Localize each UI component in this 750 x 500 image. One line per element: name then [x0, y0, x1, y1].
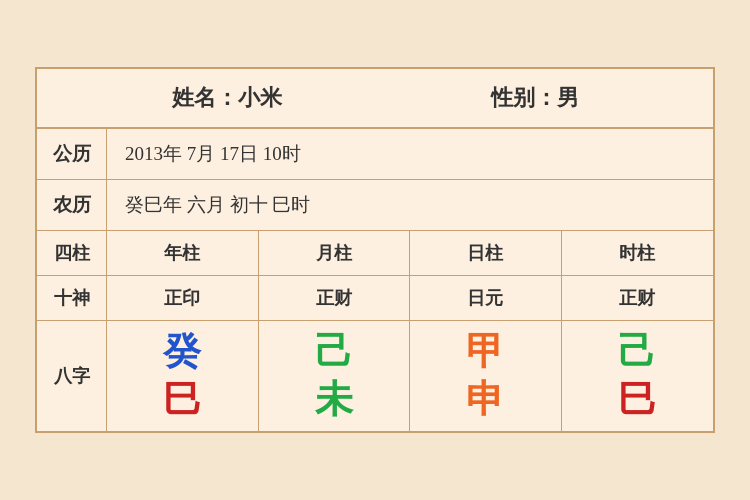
bazhi-row: 八字 癸 巳 己 未 甲 申 己 巳: [37, 321, 713, 431]
solar-row: 公历 2013年 7月 17日 10时: [37, 129, 713, 180]
shishen-col-2: 日元: [410, 276, 562, 321]
shishen-row: 十神 正印 正财 日元 正财: [37, 276, 713, 321]
bazhi-2-bottom: 申: [466, 379, 504, 421]
shishen-col-1: 正财: [259, 276, 411, 321]
bazhi-1-top: 己: [315, 331, 353, 373]
solar-value: 2013年 7月 17日 10时: [107, 129, 713, 179]
shishen-label: 十神: [37, 276, 107, 321]
lunar-row: 农历 癸巳年 六月 初十 巳时: [37, 180, 713, 231]
sizi-col-2: 日柱: [410, 231, 562, 276]
main-container: 姓名：小米 性别：男 公历 2013年 7月 17日 10时 农历 癸巳年 六月…: [35, 67, 715, 433]
shishen-col-0: 正印: [107, 276, 259, 321]
sizi-row: 四柱 年柱 月柱 日柱 时柱: [37, 231, 713, 276]
bazhi-0-top: 癸: [163, 331, 201, 373]
lunar-value: 癸巳年 六月 初十 巳时: [107, 180, 713, 230]
sizi-col-1: 月柱: [259, 231, 411, 276]
bazhi-col-1: 己 未: [259, 321, 411, 431]
bazhi-col-0: 癸 巳: [107, 321, 259, 431]
bazhi-label: 八字: [37, 321, 107, 431]
lunar-label: 农历: [37, 180, 107, 230]
sizi-label: 四柱: [37, 231, 107, 276]
bazhi-2-top: 甲: [466, 331, 504, 373]
bazhi-col-3: 己 巳: [562, 321, 714, 431]
solar-label: 公历: [37, 129, 107, 179]
bazhi-3-bottom: 巳: [618, 379, 656, 421]
bazhi-col-2: 甲 申: [410, 321, 562, 431]
bazhi-1-bottom: 未: [315, 379, 353, 421]
header-row: 姓名：小米 性别：男: [37, 69, 713, 129]
shishen-col-3: 正财: [562, 276, 714, 321]
sizi-col-0: 年柱: [107, 231, 259, 276]
bazhi-3-top: 己: [618, 331, 656, 373]
bazhi-0-bottom: 巳: [163, 379, 201, 421]
sizi-col-3: 时柱: [562, 231, 714, 276]
gender-label: 性别：男: [491, 83, 579, 113]
name-label: 姓名：小米: [172, 83, 282, 113]
